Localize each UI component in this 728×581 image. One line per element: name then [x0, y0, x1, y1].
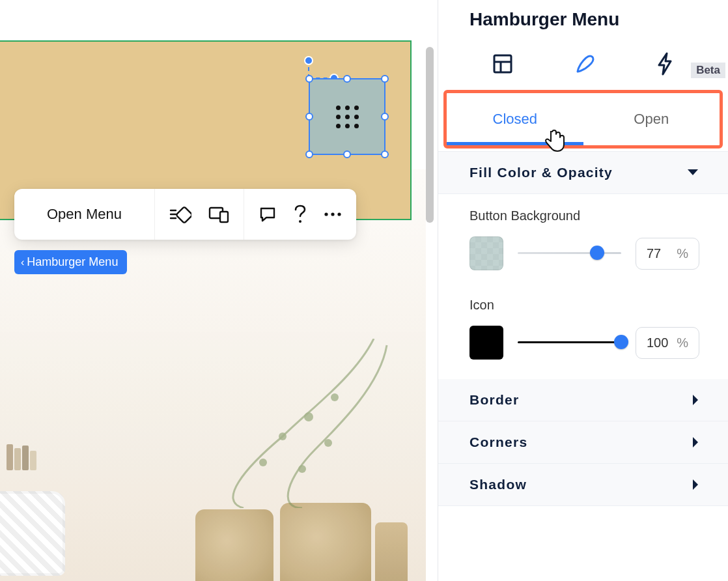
responsive-icon[interactable] — [208, 205, 229, 223]
svg-point-15 — [337, 212, 341, 216]
chevron-left-icon: ‹ — [21, 257, 24, 268]
icon-opacity-input[interactable]: 100 % — [636, 327, 699, 359]
comment-icon[interactable] — [259, 205, 277, 223]
resize-handle[interactable] — [381, 113, 389, 120]
chevron-right-icon — [692, 478, 699, 491]
decor-books — [7, 444, 46, 470]
decor-basket — [195, 509, 273, 581]
section-fill-title: Fill Color & Opacity — [469, 165, 613, 180]
svg-point-2 — [331, 393, 339, 401]
opacity-unit: % — [677, 246, 688, 261]
decor-towel — [0, 491, 65, 576]
button-background-opacity-input[interactable]: 77 % — [636, 238, 699, 270]
properties-panel: Hamburger Menu Beta Closed Open Fill Col… — [438, 0, 728, 581]
section-fill-body: Button Background 77 % Icon 100 % — [438, 194, 728, 379]
section-shadow-title: Shadow — [469, 477, 527, 492]
svg-point-3 — [259, 459, 267, 466]
panel-mode-tabs — [438, 34, 728, 90]
opacity-value: 100 — [647, 335, 668, 350]
tab-closed[interactable]: Closed — [447, 93, 583, 145]
decor-basket — [280, 503, 371, 581]
resize-handle[interactable] — [343, 75, 351, 83]
resize-handle[interactable] — [381, 75, 389, 83]
svg-point-14 — [331, 212, 334, 216]
open-menu-button[interactable]: Open Menu — [29, 206, 140, 223]
help-icon[interactable] — [294, 205, 307, 224]
grid-dots-icon — [333, 103, 361, 130]
icon-opacity-slider[interactable] — [518, 336, 621, 349]
section-shadow-header[interactable]: Shadow — [438, 464, 728, 506]
button-background-color-swatch[interactable] — [469, 236, 503, 270]
svg-point-5 — [324, 439, 332, 447]
svg-point-13 — [324, 212, 328, 216]
svg-rect-11 — [220, 212, 228, 222]
section-corners-title: Corners — [469, 434, 527, 450]
section-corners-header[interactable]: Corners — [438, 421, 728, 464]
state-tabs-highlight: Closed Open — [443, 90, 723, 149]
section-border-header[interactable]: Border — [438, 379, 728, 421]
resize-handle[interactable] — [305, 150, 313, 158]
breadcrumb-label: Hamburger Menu — [27, 255, 118, 269]
icon-color-label: Icon — [469, 298, 699, 313]
opacity-unit: % — [677, 335, 688, 350]
state-tabs: Closed Open — [447, 93, 720, 145]
svg-point-1 — [304, 412, 313, 421]
more-icon[interactable] — [324, 211, 342, 218]
chevron-right-icon — [692, 436, 699, 449]
section-border-title: Border — [469, 392, 519, 408]
svg-point-4 — [298, 465, 306, 473]
opacity-value: 77 — [647, 246, 661, 261]
hamburger-button-element[interactable] — [309, 78, 385, 155]
resize-handle[interactable] — [381, 150, 389, 158]
element-toolbar: Open Menu — [14, 189, 356, 240]
resize-handle[interactable] — [305, 75, 313, 83]
svg-point-12 — [299, 220, 301, 223]
beta-badge: Beta — [691, 63, 725, 78]
resize-handle[interactable] — [305, 113, 313, 120]
decor-basket — [375, 522, 408, 581]
canvas-scrollbar[interactable] — [426, 47, 434, 223]
tab-open[interactable]: Open — [583, 93, 720, 145]
decor-vines — [204, 339, 400, 508]
chevron-down-icon — [686, 168, 699, 177]
svg-point-0 — [279, 432, 287, 440]
section-fill-header[interactable]: Fill Color & Opacity — [438, 151, 728, 194]
button-background-label: Button Background — [469, 208, 699, 223]
svg-rect-16 — [494, 55, 511, 72]
chevron-right-icon — [692, 393, 699, 406]
animation-icon[interactable] — [169, 205, 191, 223]
design-canvas[interactable]: Open Menu — [0, 0, 438, 581]
panel-title: Hamburger Menu — [438, 0, 728, 34]
interactions-icon[interactable] — [656, 52, 675, 76]
layout-icon[interactable] — [492, 53, 514, 75]
svg-rect-9 — [176, 206, 191, 223]
button-background-opacity-slider[interactable] — [518, 247, 621, 260]
design-icon[interactable] — [574, 53, 596, 75]
breadcrumb[interactable]: ‹ Hamburger Menu — [14, 250, 127, 274]
icon-color-swatch[interactable] — [469, 326, 503, 360]
rotate-handle[interactable] — [304, 56, 313, 65]
resize-handle[interactable] — [343, 150, 351, 158]
